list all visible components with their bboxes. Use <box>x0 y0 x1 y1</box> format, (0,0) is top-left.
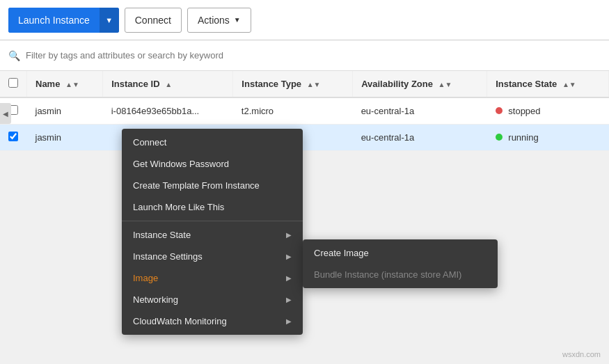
submenu-item-create-image[interactable]: Create Image <box>303 242 498 264</box>
actions-caret-icon: ▼ <box>234 16 241 24</box>
actions-label: Actions <box>198 15 230 26</box>
toolbar: Launch Instance ▼ Connect Actions ▼ <box>0 0 609 40</box>
row-instance-id-1: i-08164e93e65bb1a... <box>103 97 233 125</box>
col-az[interactable]: Availability Zone ▲▼ <box>353 71 487 97</box>
instances-table: Name ▲▼ Instance ID ▲ Instance Type ▲▼ A… <box>0 71 609 151</box>
submenu-arrow-icon: ▶ <box>286 253 292 260</box>
col-instance-state[interactable]: Instance State ▲▼ <box>487 71 609 97</box>
row-name-1: jasmin <box>27 97 103 125</box>
menu-item-image[interactable]: Image ▶ <box>122 267 303 289</box>
menu-item-get-windows-password[interactable]: Get Windows Password <box>122 153 303 175</box>
col-name[interactable]: Name ▲▼ <box>27 71 103 97</box>
instances-table-container: Name ▲▼ Instance ID ▲ Instance Type ▲▼ A… <box>0 71 609 151</box>
connect-button[interactable]: Connect <box>125 8 182 33</box>
state-label-1: stopped <box>508 106 540 116</box>
row-instance-type-1: t2.micro <box>233 97 353 125</box>
submenu-arrow-icon: ▶ <box>286 296 292 303</box>
launch-instance-button[interactable]: Launch Instance <box>8 8 100 33</box>
row-checkbox-cell <box>0 125 27 151</box>
search-icon: 🔍 <box>8 50 20 61</box>
context-menu: Connect Get Windows Password Create Temp… <box>122 129 303 335</box>
state-label-2: running <box>508 132 538 143</box>
row-az-2: eu-central-1a <box>353 125 487 151</box>
row-state-1: stopped <box>487 97 609 125</box>
select-all-header <box>0 71 27 97</box>
search-bar: 🔍 <box>0 40 609 71</box>
submenu-arrow-icon: ▶ <box>286 274 292 282</box>
table-header-row: Name ▲▼ Instance ID ▲ Instance Type ▲▼ A… <box>0 71 609 97</box>
menu-divider <box>122 221 303 221</box>
table-row[interactable]: jasmin micro eu-central-1a running <box>0 125 609 151</box>
row-az-1: eu-central-1a <box>353 97 487 125</box>
watermark: wsxdn.com <box>562 350 601 358</box>
menu-item-instance-state[interactable]: Instance State ▶ <box>122 224 303 246</box>
launch-instance-button-group: Launch Instance ▼ <box>8 8 119 33</box>
menu-item-networking[interactable]: Networking ▶ <box>122 289 303 310</box>
row-name-2: jasmin <box>27 125 103 151</box>
menu-item-create-template[interactable]: Create Template From Instance <box>122 175 303 196</box>
table-row[interactable]: jasmin i-08164e93e65bb1a... t2.micro eu-… <box>0 97 609 125</box>
submenu-arrow-icon: ▶ <box>286 317 292 325</box>
image-submenu: Create Image Bundle Instance (instance s… <box>303 239 498 288</box>
menu-item-launch-more[interactable]: Launch More Like This <box>122 196 303 218</box>
az-sort-icon: ▲▼ <box>438 81 452 88</box>
menu-item-instance-settings[interactable]: Instance Settings ▶ <box>122 246 303 267</box>
status-dot-stopped <box>496 107 503 114</box>
col-instance-type[interactable]: Instance Type ▲▼ <box>233 71 353 97</box>
name-sort-icon: ▲▼ <box>65 81 79 88</box>
search-input[interactable] <box>26 50 601 61</box>
submenu-item-bundle-instance: Bundle Instance (instance store AMI) <box>303 264 498 285</box>
col-instance-id[interactable]: Instance ID ▲ <box>103 71 233 97</box>
actions-button[interactable]: Actions ▼ <box>187 8 251 33</box>
instance-type-sort-icon: ▲▼ <box>307 81 321 88</box>
collapse-panel-button[interactable]: ◀ <box>0 103 11 124</box>
select-all-checkbox[interactable] <box>8 78 18 88</box>
status-dot-running <box>496 134 503 141</box>
row-state-2: running <box>487 125 609 151</box>
instance-id-sort-icon: ▲ <box>165 81 172 88</box>
instance-state-sort-icon: ▲▼ <box>562 81 576 88</box>
menu-item-cloudwatch[interactable]: CloudWatch Monitoring ▶ <box>122 310 303 332</box>
launch-instance-dropdown-button[interactable]: ▼ <box>100 8 119 33</box>
submenu-arrow-icon: ▶ <box>286 231 292 239</box>
menu-item-connect[interactable]: Connect <box>122 132 303 153</box>
row-checkbox-2[interactable] <box>8 132 18 141</box>
